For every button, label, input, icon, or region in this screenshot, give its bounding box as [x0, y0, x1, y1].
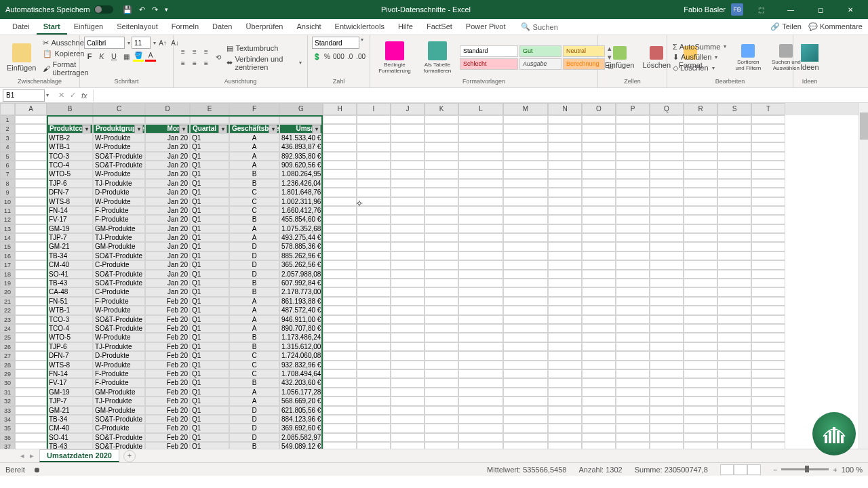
table-cell[interactable] — [357, 378, 391, 387]
undo-icon[interactable]: ↶ — [139, 5, 145, 14]
table-cell[interactable] — [582, 342, 616, 351]
table-cell[interactable] — [458, 415, 503, 424]
number-format-select[interactable]: Standard — [312, 37, 359, 49]
table-cell[interactable]: Feb 20 — [145, 315, 190, 324]
table-cell[interactable] — [391, 270, 425, 279]
view-layout-icon[interactable] — [734, 464, 747, 475]
table-cell[interactable] — [458, 206, 503, 215]
table-cell[interactable] — [357, 134, 391, 142]
table-cell[interactable] — [684, 251, 717, 260]
table-cell[interactable] — [15, 224, 47, 233]
table-cell[interactable]: Feb 20 — [145, 306, 190, 314]
table-cell[interactable]: F-Produkte — [93, 206, 145, 215]
table-header-cell[interactable] — [425, 124, 458, 133]
table-cell[interactable] — [425, 378, 458, 387]
table-cell[interactable] — [15, 287, 47, 296]
table-cell[interactable] — [650, 206, 684, 215]
table-cell[interactable]: D-Produkte — [93, 188, 145, 197]
row-header[interactable]: 24 — [0, 324, 15, 333]
table-cell[interactable]: Q1 — [190, 315, 229, 324]
table-cell[interactable] — [582, 242, 616, 251]
table-cell[interactable] — [357, 142, 391, 151]
table-cell[interactable]: 487.572,40 € — [279, 306, 323, 314]
table-cell[interactable] — [15, 142, 47, 151]
table-cell[interactable] — [751, 342, 785, 351]
table-cell[interactable] — [548, 233, 582, 242]
table-cell[interactable] — [751, 442, 785, 449]
table-cell[interactable]: FV-17 — [47, 215, 93, 224]
share-button[interactable]: 🔗 Teilen — [770, 22, 802, 31]
table-cell[interactable] — [548, 206, 582, 215]
table-cell[interactable] — [582, 169, 616, 178]
table-header-cell[interactable] — [15, 124, 47, 133]
table-cell[interactable]: TJP-7 — [47, 233, 93, 242]
row-header[interactable]: 6 — [0, 161, 15, 169]
table-cell[interactable] — [751, 142, 785, 151]
table-cell[interactable]: Feb 20 — [145, 361, 190, 369]
table-cell[interactable]: Feb 20 — [145, 396, 190, 405]
table-cell[interactable] — [391, 424, 425, 432]
style-gut[interactable]: Gut — [519, 45, 561, 57]
row-header[interactable]: 3 — [0, 134, 15, 142]
table-cell[interactable]: Q1 — [190, 406, 229, 415]
table-cell[interactable] — [616, 251, 650, 260]
table-cell[interactable] — [425, 324, 458, 333]
col-header-E[interactable]: E — [190, 103, 229, 115]
table-header-cell[interactable]: Produktgruppe — [93, 124, 145, 133]
table-cell[interactable] — [323, 342, 357, 351]
table-cell[interactable] — [15, 251, 47, 260]
table-cell[interactable] — [717, 342, 751, 351]
table-cell[interactable]: A — [229, 324, 279, 333]
table-cell[interactable] — [503, 315, 548, 324]
table-cell[interactable] — [717, 270, 751, 279]
table-cell[interactable] — [616, 169, 650, 178]
table-cell[interactable] — [391, 361, 425, 369]
table-cell[interactable] — [425, 342, 458, 351]
table-cell[interactable] — [650, 169, 684, 178]
table-cell[interactable] — [616, 361, 650, 369]
table-cell[interactable] — [323, 433, 357, 442]
table-cell[interactable] — [458, 396, 503, 405]
table-cell[interactable]: C — [229, 197, 279, 206]
table-cell[interactable]: Q1 — [190, 369, 229, 378]
table-cell[interactable]: D — [229, 406, 279, 415]
col-header-A[interactable]: A — [15, 103, 47, 115]
table-cell[interactable]: F-Produkte — [93, 297, 145, 306]
table-cell[interactable] — [15, 134, 47, 142]
col-header-D[interactable]: D — [145, 103, 190, 115]
table-cell[interactable] — [684, 333, 717, 342]
table-cell[interactable] — [548, 388, 582, 396]
table-cell[interactable] — [357, 287, 391, 296]
table-cell[interactable] — [15, 433, 47, 442]
table-cell[interactable] — [751, 224, 785, 233]
table-cell[interactable] — [391, 206, 425, 215]
table-cell[interactable]: Feb 20 — [145, 297, 190, 306]
table-cell[interactable] — [751, 251, 785, 260]
table-cell[interactable] — [616, 333, 650, 342]
table-cell[interactable] — [582, 378, 616, 387]
table-cell[interactable]: TCO-4 — [47, 161, 93, 169]
col-header-P[interactable]: P — [616, 103, 650, 115]
table-cell[interactable] — [503, 270, 548, 279]
table-cell[interactable] — [425, 260, 458, 269]
table-cell[interactable] — [548, 179, 582, 188]
name-box[interactable]: B1 — [3, 89, 45, 102]
table-cell[interactable] — [503, 215, 548, 224]
table-cell[interactable]: 841.533,40 € — [279, 134, 323, 142]
table-cell[interactable] — [548, 306, 582, 314]
table-cell[interactable] — [391, 279, 425, 287]
table-cell[interactable] — [751, 169, 785, 178]
table-cell[interactable] — [391, 215, 425, 224]
table-cell[interactable] — [15, 206, 47, 215]
table-cell[interactable] — [751, 115, 785, 124]
table-cell[interactable]: Feb 20 — [145, 351, 190, 360]
table-cell[interactable]: 932.832,96 € — [279, 361, 323, 369]
table-cell[interactable] — [717, 433, 751, 442]
table-cell[interactable]: Q1 — [190, 215, 229, 224]
table-cell[interactable] — [751, 415, 785, 424]
table-cell[interactable] — [751, 152, 785, 161]
table-cell[interactable] — [616, 297, 650, 306]
style-schlecht[interactable]: Schlecht — [460, 58, 518, 70]
table-cell[interactable] — [751, 161, 785, 169]
table-cell[interactable]: C-Produkte — [93, 424, 145, 432]
